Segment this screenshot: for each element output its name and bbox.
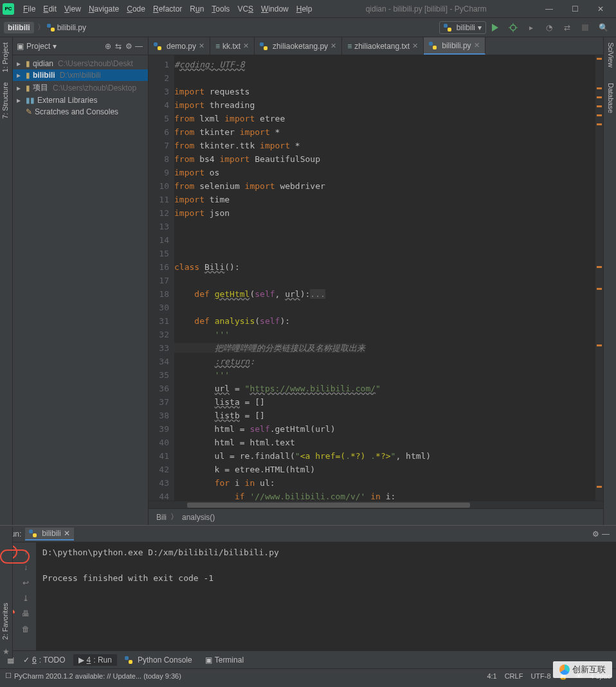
text-file-icon: ≡ xyxy=(215,42,220,51)
bottom-tool-bar: ▦ ✓ 6: TODO ▶ 4: Run Python Console ▣ Te… xyxy=(0,650,616,668)
python-file-icon xyxy=(154,42,161,50)
left-tool-structure[interactable]: 7: Structure xyxy=(0,77,12,124)
tree-item-external-libraries[interactable]: ▸▮▮External Libraries xyxy=(13,94,148,106)
horizontal-scrollbar[interactable] xyxy=(149,501,603,508)
tab-zhiliaoketang-txt[interactable]: ≡zhiliaoketang.txt✕ xyxy=(342,37,424,55)
tree-item-scratches[interactable]: ✎Scratches and Consoles xyxy=(13,106,148,118)
file-encoding[interactable]: UTF-8 xyxy=(530,672,550,680)
tree-item-bilibili[interactable]: ▸▮bilibiliD:\xm\bilibili xyxy=(13,69,148,81)
menu-run[interactable]: Run xyxy=(186,2,208,16)
bottom-tool-todo[interactable]: ✓ 6: TODO xyxy=(18,654,71,666)
debug-button[interactable] xyxy=(506,21,520,35)
wrap-button[interactable]: ↩ xyxy=(19,576,33,590)
menu-vcs[interactable]: VCS xyxy=(233,2,257,16)
gear-icon[interactable]: ⚙ xyxy=(590,529,601,539)
menu-view[interactable]: View xyxy=(60,2,85,16)
breadcrumb-file[interactable]: bilibili.py xyxy=(47,23,86,32)
bottom-tool-terminal[interactable]: ▣ Terminal xyxy=(200,654,249,666)
close-icon[interactable]: ✕ xyxy=(243,42,249,50)
coverage-button[interactable]: ▸ xyxy=(524,21,538,35)
tab-demo[interactable]: demo.py✕ xyxy=(149,37,210,55)
run-tab-bilibili[interactable]: bilibili✕ xyxy=(25,528,73,540)
menu-refactor[interactable]: Refactor xyxy=(149,2,186,16)
main-area: 1: Project 7: Structure ▣ Project ▾ ⊕ ⇆ … xyxy=(0,37,616,525)
run-console-output[interactable]: D:\python\python.exe D:/xm/bilibili/bili… xyxy=(36,542,616,650)
run-panel-header: Run: bilibili✕ ⚙ — xyxy=(0,526,616,542)
run-body: ▶ ↑ ■ ↓ ⊞ ↩ ⤓ 📌 🖶 🗑 xyxy=(0,542,616,650)
tab-kk[interactable]: ≡kk.txt✕ xyxy=(210,37,255,55)
breadcrumb-sep: 〉 xyxy=(37,22,45,33)
svg-point-0 xyxy=(511,25,516,30)
attach-button[interactable]: ⇄ xyxy=(560,21,574,35)
maximize-button[interactable]: ☐ xyxy=(562,1,588,17)
breadcrumb-method[interactable]: analysis() xyxy=(182,513,215,522)
close-icon[interactable]: ✕ xyxy=(331,42,336,50)
search-button[interactable]: 🔍 xyxy=(596,21,610,35)
bottom-tool-run[interactable]: ▶ 4: Run xyxy=(73,654,117,666)
status-message[interactable]: PyCharm 2020.1.2 available: // Update...… xyxy=(14,672,181,680)
gear-icon[interactable]: ⚙ xyxy=(123,41,134,51)
menu-window[interactable]: Window xyxy=(257,2,293,16)
menu-navigate[interactable]: Navigate xyxy=(85,2,123,16)
close-icon[interactable]: ✕ xyxy=(412,42,418,50)
hide-icon[interactable]: — xyxy=(134,41,144,51)
down-button[interactable]: ↓ xyxy=(19,560,33,575)
run-panel: Run: bilibili✕ ⚙ — ▶ ↑ ■ ↓ ⊞ ↩ ⤓ 📌 xyxy=(0,525,616,650)
left-tool-strip-bottom: 2: Favorites ★ xyxy=(0,527,13,659)
menu-edit[interactable]: Edit xyxy=(39,2,60,16)
scroll-button[interactable]: ⤓ xyxy=(19,591,33,605)
status-message-icon: ☐ xyxy=(5,672,12,680)
tab-bilibili[interactable]: bilibili.py✕ xyxy=(424,37,485,55)
svg-rect-5 xyxy=(582,24,588,31)
code-content[interactable]: #coding: UTF-8 import requests import th… xyxy=(174,55,595,501)
star-icon[interactable]: ★ xyxy=(0,645,12,659)
python-icon xyxy=(125,656,132,664)
menu-file[interactable]: File xyxy=(19,2,39,16)
run-button[interactable] xyxy=(488,21,502,35)
minimize-button[interactable]: — xyxy=(536,1,562,17)
cursor-position[interactable]: 4:1 xyxy=(487,672,496,680)
editor-tab-bar: demo.py✕ ≡kk.txt✕ zhiliaoketang.py✕ ≡zhi… xyxy=(149,37,603,55)
watermark: 创新互联 xyxy=(553,661,612,678)
project-panel-title[interactable]: ▣ Project ▾ xyxy=(17,42,103,51)
nav-toolbar: bilibili 〉 bilibili.py bilibili ▾ ▸ ◔ ⇄ … xyxy=(0,18,616,37)
collapse-icon[interactable]: ⇆ xyxy=(113,41,123,51)
project-tree: ▸▮qidianC:\Users\zhoub\Deskt ▸▮bilibiliD… xyxy=(13,55,148,120)
marker-bar[interactable] xyxy=(595,55,603,501)
close-button[interactable]: ✕ xyxy=(588,1,613,17)
status-bar: ☐ PyCharm 2020.1.2 available: // Update.… xyxy=(0,668,616,683)
run-config-selector[interactable]: bilibili ▾ xyxy=(439,21,486,34)
profile-button[interactable]: ◔ xyxy=(542,21,556,35)
menu-tools[interactable]: Tools xyxy=(208,2,233,16)
print-button[interactable]: 🖶 xyxy=(19,607,33,621)
close-icon[interactable]: ✕ xyxy=(199,42,204,50)
tree-item-qidian[interactable]: ▸▮qidianC:\Users\zhoub\Deskt xyxy=(13,58,148,69)
up-button[interactable]: ↑ xyxy=(19,545,33,559)
watermark-logo-icon xyxy=(559,665,570,675)
left-tool-favorites[interactable]: 2: Favorites xyxy=(0,598,12,645)
right-tool-sciview[interactable]: SciView xyxy=(604,37,616,73)
menu-help[interactable]: Help xyxy=(293,2,316,16)
tab-zhiliaoketang-py[interactable]: zhiliaoketang.py✕ xyxy=(255,37,342,55)
hide-icon[interactable]: — xyxy=(601,529,611,539)
project-panel-header: ▣ Project ▾ ⊕ ⇆ ⚙ — xyxy=(13,37,148,55)
menu-code[interactable]: Code xyxy=(123,2,149,16)
gutter[interactable]: 1234567891011121314151617183031323334353… xyxy=(149,55,174,501)
trash-button[interactable]: 🗑 xyxy=(19,622,33,636)
close-icon[interactable]: ✕ xyxy=(64,529,70,538)
code-breadcrumb[interactable]: Bili 〉 analysis() xyxy=(149,508,603,525)
left-tool-project[interactable]: 1: Project xyxy=(0,37,12,77)
right-tool-database[interactable]: Database xyxy=(604,78,616,118)
close-icon[interactable]: ✕ xyxy=(474,41,480,49)
stop-button[interactable] xyxy=(578,21,592,35)
chevron-down-icon: ▾ xyxy=(478,23,482,32)
locate-icon[interactable]: ⊕ xyxy=(103,41,113,51)
titlebar: PC File Edit View Navigate Code Refactor… xyxy=(0,0,616,18)
breadcrumb-class[interactable]: Bili xyxy=(156,513,167,522)
bottom-tool-python-console[interactable]: Python Console xyxy=(120,654,197,666)
code-editor[interactable]: 1234567891011121314151617183031323334353… xyxy=(149,55,603,501)
breadcrumb-root[interactable]: bilibili xyxy=(4,22,34,33)
pycharm-icon: PC xyxy=(3,3,14,15)
tree-item-xiangmu[interactable]: ▸▮项目C:\Users\zhoub\Desktop xyxy=(13,81,148,94)
line-separator[interactable]: CRLF xyxy=(505,672,523,680)
